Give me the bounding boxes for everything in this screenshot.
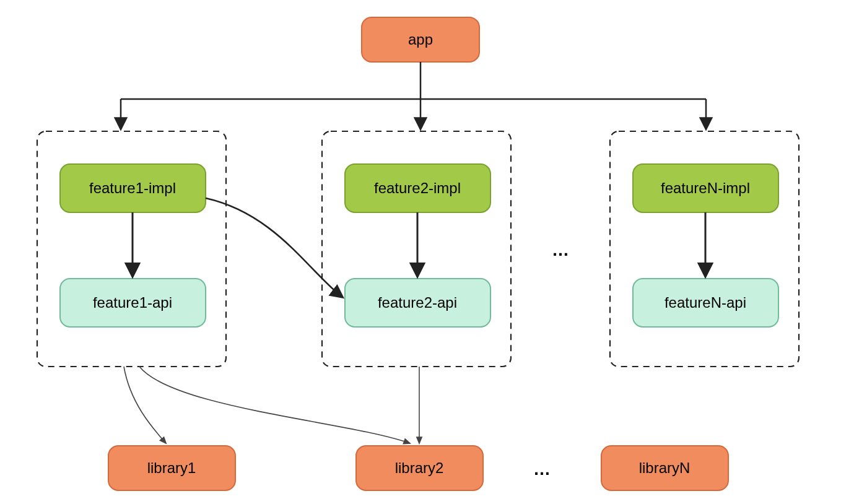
label-feature2-impl: feature2-impl — [374, 180, 461, 196]
label-featureN-api: featureN-api — [665, 294, 746, 311]
node-app: app — [362, 17, 479, 62]
ellipsis-groups: … — [552, 240, 569, 259]
label-library1: library1 — [147, 459, 196, 476]
node-libraryN: libraryN — [601, 446, 728, 490]
label-libraryN: libraryN — [639, 459, 691, 476]
label-feature1-impl: feature1-impl — [89, 180, 176, 196]
ellipsis-libraries: … — [533, 459, 551, 479]
label-feature1-api: feature1-api — [93, 294, 172, 311]
edge-g1-lib1 — [124, 367, 166, 443]
node-featureN-impl: featureN-impl — [633, 164, 778, 212]
node-library2: library2 — [356, 446, 483, 490]
node-featureN-api: featureN-api — [633, 279, 778, 327]
label-library2: library2 — [395, 459, 444, 476]
label-app: app — [408, 31, 433, 48]
node-library1: library1 — [108, 446, 235, 490]
node-feature2-api: feature2-api — [345, 279, 490, 327]
label-feature2-api: feature2-api — [378, 294, 457, 311]
edge-g1-lib2 — [139, 367, 410, 443]
dependency-diagram: app … feature1-impl feature1-api feature… — [0, 0, 841, 504]
arrows-app-to-groups — [121, 62, 706, 129]
node-feature1-impl: feature1-impl — [60, 164, 206, 212]
node-feature2-impl: feature2-impl — [345, 164, 490, 212]
label-featureN-impl: featureN-impl — [661, 180, 750, 196]
node-feature1-api: feature1-api — [60, 279, 206, 327]
